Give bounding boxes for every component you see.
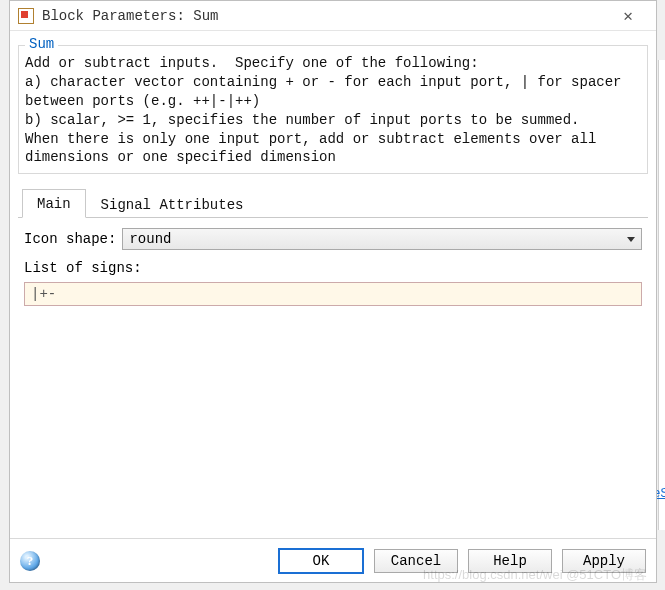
tab-signal-attributes[interactable]: Signal Attributes: [86, 190, 259, 218]
description-text: Add or subtract inputs. Specify one of t…: [25, 54, 641, 167]
window-title: Block Parameters: Sum: [42, 8, 608, 24]
description-group: Sum Add or subtract inputs. Specify one …: [18, 45, 648, 174]
ok-button[interactable]: OK: [278, 548, 364, 574]
list-of-signs-input[interactable]: [24, 282, 642, 306]
help-icon-glyph: ?: [27, 553, 34, 569]
help-button-label: Help: [493, 553, 527, 569]
app-icon: [18, 8, 34, 24]
content-spacer: [18, 310, 648, 538]
help-icon[interactable]: ?: [20, 551, 40, 571]
close-icon: ✕: [623, 6, 633, 26]
tab-main-label: Main: [37, 196, 71, 212]
form-area: Icon shape: round List of signs:: [18, 218, 648, 310]
apply-button[interactable]: Apply: [562, 549, 646, 573]
cancel-button[interactable]: Cancel: [374, 549, 458, 573]
tab-signal-attributes-label: Signal Attributes: [101, 197, 244, 213]
dialog-window: Block Parameters: Sum ✕ Sum Add or subtr…: [9, 0, 657, 583]
ok-button-label: OK: [313, 553, 330, 569]
icon-shape-select[interactable]: round: [122, 228, 642, 250]
footer: ? OK Cancel Help Apply: [10, 538, 656, 582]
icon-shape-value: round: [129, 231, 171, 247]
titlebar: Block Parameters: Sum ✕: [10, 1, 656, 31]
icon-shape-label: Icon shape:: [24, 231, 116, 247]
cancel-button-label: Cancel: [391, 553, 441, 569]
tab-main[interactable]: Main: [22, 189, 86, 218]
close-button[interactable]: ✕: [608, 2, 648, 30]
help-button[interactable]: Help: [468, 549, 552, 573]
apply-button-label: Apply: [583, 553, 625, 569]
group-legend: Sum: [25, 36, 58, 52]
background-edge: [658, 60, 665, 530]
content-area: Sum Add or subtract inputs. Specify one …: [10, 31, 656, 538]
list-of-signs-label: List of signs:: [24, 260, 642, 276]
tab-bar: Main Signal Attributes: [18, 188, 648, 218]
icon-shape-row: Icon shape: round: [24, 228, 642, 250]
